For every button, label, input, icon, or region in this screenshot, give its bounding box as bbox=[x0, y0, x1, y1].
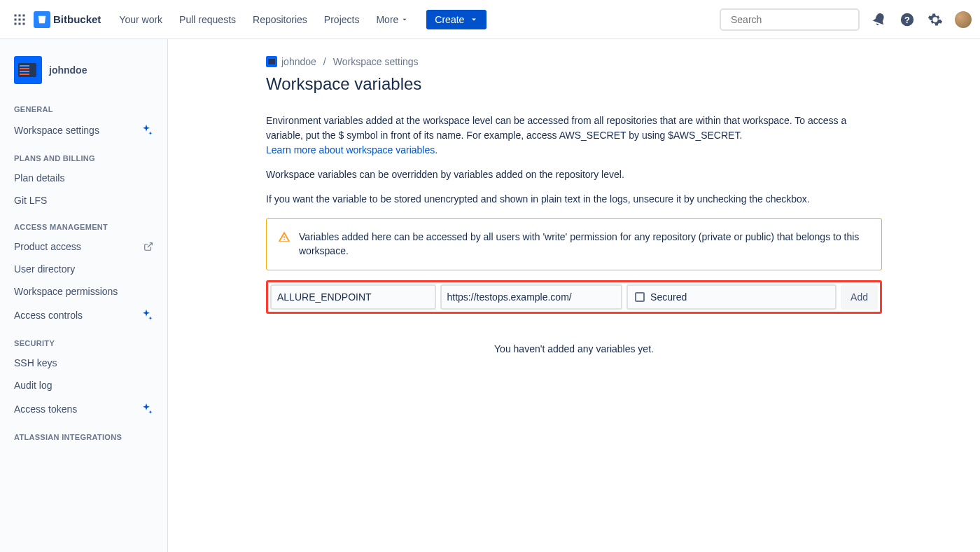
nav-repositories[interactable]: Repositories bbox=[246, 10, 314, 29]
section-label-general: GENERAL bbox=[6, 94, 162, 118]
sidebar-item-label: Workspace permissions bbox=[14, 286, 153, 297]
sidebar-item-ssh-keys[interactable]: SSH keys bbox=[6, 352, 162, 374]
sidebar-item-label: Access tokens bbox=[14, 403, 139, 415]
nav-projects[interactable]: Projects bbox=[317, 10, 367, 29]
period: . bbox=[435, 144, 438, 156]
section-label-integrations: ATLASSIAN INTEGRATIONS bbox=[6, 422, 162, 446]
warning-icon bbox=[278, 230, 290, 258]
help-button[interactable]: ? bbox=[899, 11, 916, 28]
profile-avatar[interactable] bbox=[955, 11, 972, 28]
help-icon: ? bbox=[899, 12, 915, 27]
sidebar-item-label: SSH keys bbox=[14, 357, 153, 368]
secured-checkbox[interactable] bbox=[635, 292, 645, 302]
page-title: Workspace variables bbox=[266, 74, 882, 94]
sidebar-item-label: Workspace settings bbox=[14, 125, 139, 136]
breadcrumb: johndoe / Workspace settings bbox=[266, 56, 882, 67]
sparkle-icon bbox=[139, 123, 153, 137]
svg-rect-5 bbox=[23, 18, 25, 20]
sparkle-icon bbox=[139, 308, 153, 322]
external-link-icon bbox=[144, 242, 153, 251]
svg-line-13 bbox=[148, 243, 152, 247]
gear-icon bbox=[927, 12, 943, 27]
nav-more-label: More bbox=[376, 14, 398, 25]
bitbucket-logo[interactable]: Bitbucket bbox=[34, 11, 101, 28]
nav-your-work[interactable]: Your work bbox=[112, 10, 169, 29]
top-navigation: Bitbucket Your work Pull requests Reposi… bbox=[0, 0, 980, 39]
primary-nav: Your work Pull requests Repositories Pro… bbox=[112, 10, 486, 29]
breadcrumb-workspace-label: johndoe bbox=[281, 56, 316, 67]
sidebar-item-label: Audit log bbox=[14, 380, 153, 391]
variable-form-highlight: Secured Add bbox=[266, 280, 882, 314]
nav-pull-requests[interactable]: Pull requests bbox=[172, 10, 243, 29]
settings-button[interactable] bbox=[927, 11, 944, 28]
sidebar-item-access-tokens[interactable]: Access tokens bbox=[6, 396, 162, 422]
description-2: Workspace variables can be overridden by… bbox=[266, 167, 882, 182]
empty-state-message: You haven't added any variables yet. bbox=[266, 343, 882, 354]
chevron-down-icon bbox=[401, 16, 408, 23]
create-button[interactable]: Create bbox=[426, 10, 486, 29]
variable-name-input[interactable] bbox=[270, 284, 436, 310]
bell-icon bbox=[872, 12, 887, 27]
sparkle-icon bbox=[139, 402, 153, 416]
bitbucket-logo-icon bbox=[34, 11, 50, 28]
svg-rect-0 bbox=[15, 14, 17, 16]
sidebar-item-label: Plan details bbox=[14, 172, 153, 184]
breadcrumb-current-label: Workspace settings bbox=[333, 56, 419, 67]
topnav-utilities: ? bbox=[871, 11, 972, 28]
search-box[interactable] bbox=[720, 8, 860, 31]
section-label-security: SECURITY bbox=[6, 328, 162, 352]
notifications-button[interactable] bbox=[871, 11, 888, 28]
sidebar-item-user-directory[interactable]: User directory bbox=[6, 258, 162, 280]
add-variable-button[interactable]: Add bbox=[841, 284, 878, 310]
sidebar-item-label: Git LFS bbox=[14, 195, 153, 206]
svg-rect-4 bbox=[19, 18, 21, 20]
sidebar-item-label: User directory bbox=[14, 263, 153, 275]
svg-rect-6 bbox=[15, 22, 17, 25]
workspace-icon bbox=[14, 56, 42, 84]
section-label-access: ACCESS MANAGEMENT bbox=[6, 212, 162, 235]
warning-text: Variables added here can be accessed by … bbox=[299, 230, 870, 258]
main-content: johndoe / Workspace settings Workspace v… bbox=[168, 39, 980, 552]
create-button-label: Create bbox=[435, 14, 464, 25]
apps-grid-icon bbox=[13, 13, 26, 26]
sidebar-item-workspace-permissions[interactable]: Workspace permissions bbox=[6, 280, 162, 303]
workspace-icon bbox=[266, 56, 277, 67]
svg-rect-7 bbox=[19, 22, 21, 25]
warning-banner: Variables added here can be accessed by … bbox=[266, 218, 882, 270]
svg-rect-2 bbox=[23, 14, 25, 16]
sidebar-item-plan-details[interactable]: Plan details bbox=[6, 167, 162, 189]
secured-field: Secured bbox=[626, 284, 836, 310]
sidebar-item-label: Product access bbox=[14, 241, 144, 252]
search-input[interactable] bbox=[727, 14, 853, 25]
variable-value-input[interactable] bbox=[440, 284, 623, 310]
sidebar-item-access-controls[interactable]: Access controls bbox=[6, 303, 162, 328]
bitbucket-logo-text: Bitbucket bbox=[53, 13, 101, 25]
breadcrumb-workspace[interactable]: johndoe bbox=[266, 56, 316, 67]
sidebar-item-workspace-settings[interactable]: Workspace settings bbox=[6, 118, 162, 143]
sidebar-item-audit-log[interactable]: Audit log bbox=[6, 374, 162, 396]
workspace-name: johndoe bbox=[49, 64, 87, 76]
learn-more-link[interactable]: Learn more about workspace variables bbox=[266, 144, 435, 156]
workspace-header[interactable]: johndoe bbox=[6, 56, 162, 94]
description-1-text: Environment variables added at the works… bbox=[266, 115, 846, 141]
description-1: Environment variables added at the works… bbox=[266, 113, 882, 158]
breadcrumb-current[interactable]: Workspace settings bbox=[333, 56, 419, 67]
sidebar-item-git-lfs[interactable]: Git LFS bbox=[6, 189, 162, 212]
svg-text:?: ? bbox=[904, 14, 910, 25]
description-3: If you want the variable to be stored un… bbox=[266, 192, 882, 207]
secured-label: Secured bbox=[650, 291, 687, 303]
variable-add-row: Secured Add bbox=[270, 284, 878, 310]
svg-rect-1 bbox=[19, 14, 21, 16]
sidebar-item-label: Access controls bbox=[14, 310, 139, 321]
breadcrumb-separator: / bbox=[323, 56, 326, 67]
sidebar: johndoe GENERAL Workspace settings PLANS… bbox=[0, 39, 168, 552]
nav-more[interactable]: More bbox=[369, 10, 415, 29]
chevron-down-icon bbox=[470, 15, 478, 24]
app-switcher-button[interactable] bbox=[8, 8, 31, 31]
section-label-plans: PLANS AND BILLING bbox=[6, 143, 162, 167]
svg-rect-8 bbox=[23, 22, 25, 25]
svg-rect-3 bbox=[15, 18, 17, 20]
sidebar-item-product-access[interactable]: Product access bbox=[6, 235, 162, 258]
